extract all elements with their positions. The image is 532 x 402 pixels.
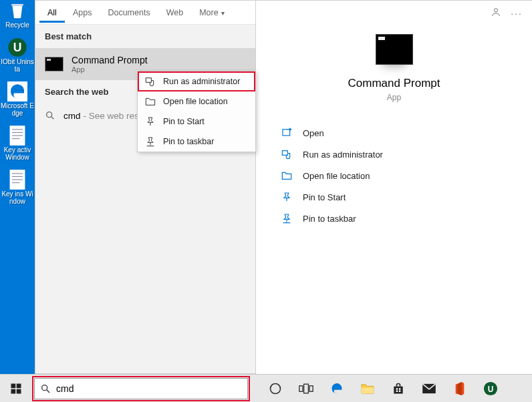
- tab-apps[interactable]: Apps: [65, 3, 100, 23]
- taskbar-store[interactable]: [383, 375, 414, 403]
- desktop-iobit-uninstaller[interactable]: U IObit Uninsta: [0, 37, 35, 73]
- task-view-icon: [299, 383, 313, 395]
- pin-taskbar-icon: [280, 213, 293, 224]
- svg-rect-27: [299, 385, 303, 391]
- context-pin-to-taskbar[interactable]: Pin to taskbar: [138, 132, 255, 152]
- start-button[interactable]: [0, 375, 32, 403]
- desktop-icon-label: Microsoft Edge: [0, 102, 35, 117]
- taskbar-office[interactable]: [444, 375, 475, 403]
- context-item-label: Pin to Start: [163, 117, 205, 126]
- svg-text:U: U: [13, 41, 22, 54]
- text-file-icon: [5, 125, 29, 146]
- open-icon: [280, 128, 293, 138]
- action-label: Open: [303, 128, 324, 138]
- taskbar-pinned-apps: U: [260, 375, 506, 403]
- action-pin-to-taskbar[interactable]: Pin to taskbar: [276, 208, 512, 229]
- desktop: Recycle U IObit Uninsta Microsoft Edge K…: [0, 0, 35, 374]
- svg-rect-20: [11, 383, 16, 388]
- taskbar-search-input[interactable]: [56, 383, 242, 394]
- details-title: Command Prompt: [348, 77, 440, 90]
- action-label: Open file location: [303, 171, 370, 181]
- tab-web[interactable]: Web: [158, 3, 191, 23]
- svg-rect-18: [283, 130, 290, 136]
- search-icon: [40, 383, 51, 394]
- best-match-title: Command Prompt: [72, 55, 148, 65]
- context-item-label: Run as administrator: [163, 77, 240, 86]
- best-match-header: Best match: [35, 25, 255, 48]
- windows-logo-icon: [10, 383, 22, 395]
- taskbar-edge[interactable]: [321, 375, 352, 403]
- taskbar-file-explorer[interactable]: [352, 375, 383, 403]
- command-prompt-large-icon: [376, 34, 413, 65]
- command-prompt-icon: [45, 57, 63, 71]
- panel-actions: ···: [491, 7, 523, 19]
- svg-rect-28: [304, 384, 309, 393]
- search-icon: [45, 110, 55, 121]
- svg-rect-32: [399, 388, 401, 390]
- context-open-file-location[interactable]: Open file location: [138, 91, 255, 112]
- pin-taskbar-icon: [144, 136, 156, 147]
- details-panel: ··· Command Prompt App Open Run as admin…: [256, 0, 532, 374]
- edge-icon: [329, 381, 344, 396]
- folder-icon: [144, 96, 156, 107]
- svg-rect-22: [11, 389, 16, 393]
- svg-line-15: [51, 117, 53, 119]
- taskbar: U: [0, 374, 532, 402]
- folder-icon: [280, 170, 293, 181]
- context-run-as-admin[interactable]: Run as administrator: [138, 71, 255, 91]
- context-item-label: Open file location: [163, 97, 228, 106]
- recycle-bin-icon: [5, 0, 29, 21]
- shield-icon: [144, 76, 156, 87]
- store-icon: [392, 382, 405, 395]
- svg-rect-30: [362, 387, 374, 393]
- svg-rect-29: [309, 385, 313, 391]
- svg-rect-33: [396, 390, 398, 392]
- folder-icon: [360, 383, 375, 395]
- desktop-text-file-2[interactable]: Key ins Window: [0, 169, 35, 205]
- search-panel: All Apps Documents Web More Best match C…: [35, 0, 256, 374]
- svg-point-26: [271, 383, 281, 393]
- taskbar-cortana[interactable]: [260, 375, 291, 403]
- action-label: Pin to Start: [303, 192, 346, 202]
- office-icon: [454, 381, 466, 396]
- action-open[interactable]: Open: [276, 122, 512, 144]
- search-tabs: All Apps Documents Web More: [35, 1, 255, 25]
- svg-line-25: [47, 390, 49, 393]
- web-result-query: cmd: [63, 111, 81, 121]
- action-pin-to-start[interactable]: Pin to Start: [276, 186, 512, 208]
- tab-documents[interactable]: Documents: [100, 3, 158, 23]
- taskbar-mail[interactable]: [414, 375, 444, 403]
- svg-rect-34: [399, 390, 401, 392]
- action-open-file-location[interactable]: Open file location: [276, 165, 512, 186]
- desktop-icon-label: IObit Uninsta: [0, 58, 35, 73]
- svg-point-17: [495, 9, 498, 12]
- pin-icon: [280, 192, 293, 202]
- svg-rect-0: [11, 4, 23, 6]
- context-pin-to-start[interactable]: Pin to Start: [138, 112, 255, 132]
- best-match-text: Command Prompt App: [72, 55, 148, 73]
- taskbar-search-box[interactable]: [34, 378, 248, 399]
- desktop-icon-label: Key ins Window: [0, 190, 35, 205]
- account-icon[interactable]: [491, 7, 501, 19]
- context-menu: Run as administrator Open file location …: [137, 71, 256, 152]
- action-label: Run as administrator: [303, 150, 383, 160]
- iobit-icon: U: [483, 381, 498, 396]
- taskbar-iobit[interactable]: U: [475, 375, 506, 403]
- desktop-icon-label: Key activ Window: [0, 146, 35, 161]
- svg-point-14: [47, 112, 52, 118]
- tab-all[interactable]: All: [39, 3, 65, 23]
- svg-rect-16: [146, 78, 151, 83]
- svg-point-24: [42, 385, 47, 390]
- svg-rect-19: [282, 151, 287, 156]
- mail-icon: [422, 383, 436, 394]
- tab-more[interactable]: More: [191, 3, 232, 23]
- edge-icon: [5, 81, 29, 102]
- action-run-as-admin[interactable]: Run as administrator: [276, 144, 512, 165]
- action-label: Pin to taskbar: [303, 214, 356, 224]
- taskbar-task-view[interactable]: [291, 375, 321, 403]
- desktop-recycle-bin[interactable]: Recycle: [0, 0, 35, 29]
- desktop-edge[interactable]: Microsoft Edge: [0, 81, 35, 117]
- best-match-subtitle: App: [72, 65, 148, 73]
- more-options-icon[interactable]: ···: [511, 8, 523, 19]
- desktop-text-file-1[interactable]: Key activ Window: [0, 125, 35, 161]
